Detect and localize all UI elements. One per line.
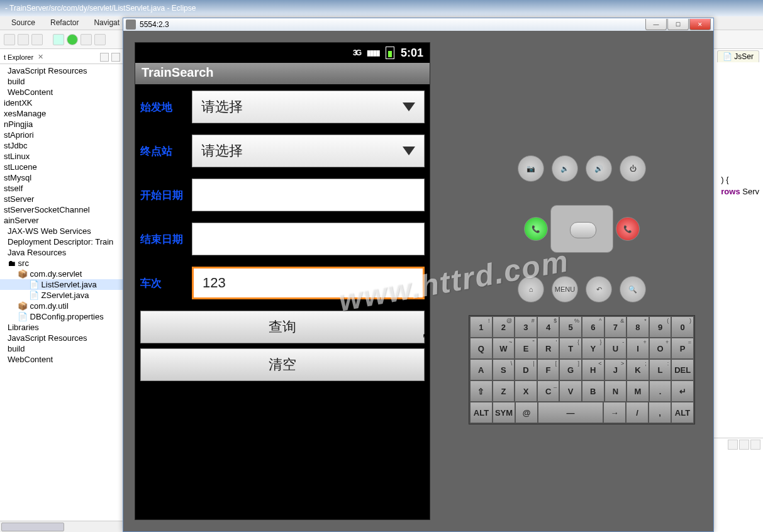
tree-item[interactable]: 📄 ListServlet.java	[0, 279, 124, 290]
origin-spinner[interactable]: 请选择	[192, 91, 425, 123]
tree-item[interactable]: JavaScript Resources	[0, 333, 124, 343]
tree-item[interactable]: WebContent	[0, 87, 124, 97]
toolbar-btn[interactable]	[18, 34, 29, 45]
maximize-button[interactable]: ☐	[667, 19, 689, 30]
tree-item[interactable]: 📦 com.dy.util	[0, 301, 124, 311]
key-2[interactable]: 2@	[493, 316, 515, 338]
tree-item[interactable]: 📦 com.dy.servlet	[0, 269, 124, 279]
key-del[interactable]: DEL	[671, 359, 694, 380]
key-o[interactable]: O+	[649, 338, 672, 359]
key-t[interactable]: T{	[559, 338, 582, 359]
dpad-center[interactable]	[550, 205, 613, 253]
key-f[interactable]: F[	[537, 359, 560, 380]
key-3[interactable]: 3#	[515, 316, 537, 338]
end-call-button[interactable]: 📞	[616, 217, 640, 241]
panel-btn[interactable]	[750, 440, 760, 450]
key-7[interactable]: 7&	[604, 316, 627, 338]
key-i[interactable]: I+	[627, 338, 649, 359]
toolbar-btn[interactable]	[81, 34, 92, 45]
hscrollbar[interactable]	[0, 521, 124, 532]
key-/[interactable]: /	[626, 402, 649, 423]
toolbar-btn[interactable]	[94, 34, 106, 45]
key-b[interactable]: B	[582, 380, 604, 402]
link-editor-icon[interactable]	[100, 53, 109, 62]
key-j[interactable]: J>	[604, 359, 627, 380]
tree-item[interactable]: stMysql	[0, 172, 124, 183]
panel-btn[interactable]	[739, 440, 749, 450]
vol-up-button[interactable]: 🔊	[586, 155, 612, 182]
dest-spinner[interactable]: 请选择	[192, 135, 425, 167]
key-sym[interactable]: SYM	[493, 402, 515, 423]
camera-button[interactable]: 📷	[518, 155, 544, 182]
tree-item[interactable]: Deployment Descriptor: Train	[0, 236, 124, 247]
view-menu-icon[interactable]	[111, 53, 120, 62]
tree-item[interactable]: Java Resources	[0, 247, 124, 258]
key-c[interactable]: C_	[537, 380, 560, 402]
tree-item[interactable]: Libraries	[0, 322, 124, 333]
toolbar-debug[interactable]	[53, 34, 64, 45]
tree-item[interactable]: stself	[0, 183, 124, 194]
close-icon[interactable]: ✕	[38, 53, 43, 61]
key-9[interactable]: 9(	[649, 316, 672, 338]
train-input[interactable]: 123	[192, 267, 425, 299]
key-alt[interactable]: ALT	[671, 402, 694, 423]
menu-navigate[interactable]: Navigat	[86, 16, 127, 30]
tree-item[interactable]: JavaScript Resources	[0, 65, 124, 76]
key-—[interactable]: —	[538, 402, 603, 423]
explorer-tab[interactable]: t Explorer✕	[0, 50, 124, 64]
tree-item[interactable]: build	[0, 76, 124, 87]
power-button[interactable]: ⏻	[620, 155, 646, 182]
query-button[interactable]: 查询	[140, 311, 425, 343]
key-z[interactable]: Z	[493, 380, 515, 402]
search-button[interactable]: 🔍	[620, 276, 646, 302]
project-tree[interactable]: JavaScript ResourcesbuildWebContentident…	[0, 64, 124, 521]
tree-item[interactable]: WebContent	[0, 354, 124, 365]
tree-item[interactable]: identXK	[0, 97, 124, 108]
key-v[interactable]: V	[559, 380, 582, 402]
key-5[interactable]: 5%	[559, 316, 582, 338]
key-k[interactable]: K;	[627, 359, 649, 380]
key-g[interactable]: G]	[559, 359, 582, 380]
tree-item[interactable]: stJdbc	[0, 140, 124, 151]
key-e[interactable]: E"	[515, 338, 537, 359]
tree-item[interactable]: nPingjia	[0, 119, 124, 130]
menu-button[interactable]: MENU	[552, 276, 578, 302]
key-.[interactable]: .	[649, 380, 672, 402]
key-r[interactable]: R'	[537, 338, 560, 359]
tree-item[interactable]: build	[0, 343, 124, 354]
key-s[interactable]: S\	[493, 359, 515, 380]
key-,[interactable]: ,	[649, 402, 671, 423]
tree-item[interactable]: 📄 DBConfig.properties	[0, 311, 124, 322]
minimize-button[interactable]: —	[645, 19, 667, 30]
back-button[interactable]: ↶	[586, 276, 612, 302]
tree-item[interactable]: xesManage	[0, 108, 124, 119]
call-button[interactable]: 📞	[524, 217, 548, 241]
clear-button[interactable]: 清空	[140, 348, 425, 381]
key-⇧[interactable]: ⇧	[470, 380, 493, 402]
home-button[interactable]: ⌂	[518, 276, 544, 302]
key-n[interactable]: N	[604, 380, 627, 402]
end-date-input[interactable]	[192, 223, 425, 255]
emulator-keyboard[interactable]: 1!2@3#4$5%6^7&8*9(0)QW~E"R'T{Y}U-I+O+P=A…	[469, 315, 695, 424]
tree-item[interactable]: 📄 ZServlet.java	[0, 290, 124, 301]
key-4[interactable]: 4$	[537, 316, 560, 338]
toolbar-btn[interactable]	[4, 34, 15, 45]
toolbar-btn[interactable]	[31, 34, 43, 45]
toolbar-run[interactable]	[67, 34, 78, 45]
key-u[interactable]: U-	[604, 338, 627, 359]
panel-btn[interactable]	[728, 440, 738, 450]
key-x[interactable]: X	[515, 380, 537, 402]
tree-item[interactable]: JAX-WS Web Services	[0, 226, 124, 236]
menu-source[interactable]: Source	[4, 16, 43, 30]
key-d[interactable]: D|	[515, 359, 537, 380]
tree-item[interactable]: stApriori	[0, 130, 124, 140]
tree-item[interactable]: ainServer	[0, 215, 124, 226]
start-date-input[interactable]	[192, 179, 425, 211]
tree-item[interactable]: stLinux	[0, 151, 124, 162]
tree-item[interactable]: 🖿 src	[0, 258, 124, 269]
tree-item[interactable]: stLucene	[0, 162, 124, 172]
key-q[interactable]: Q	[470, 338, 493, 359]
key-↵[interactable]: ↵	[671, 380, 694, 402]
key-p[interactable]: P=	[671, 338, 694, 359]
key-m[interactable]: M	[627, 380, 649, 402]
